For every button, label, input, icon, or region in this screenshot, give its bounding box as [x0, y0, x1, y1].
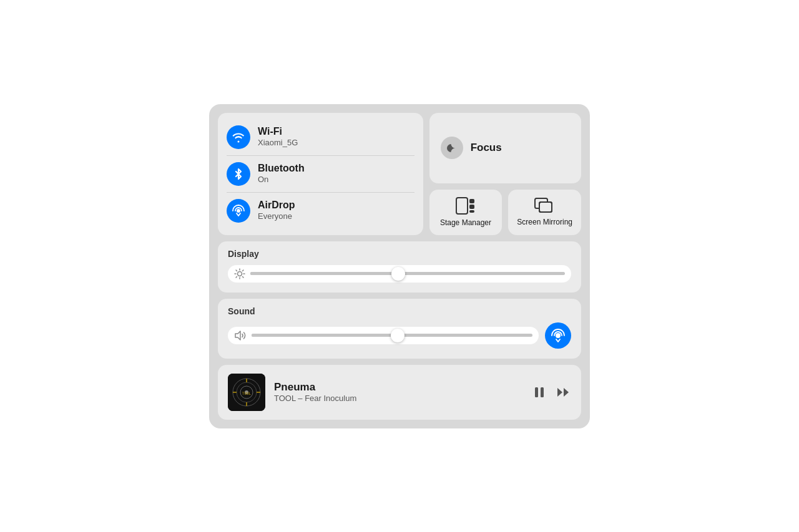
- svg-rect-29: [541, 387, 544, 397]
- control-center: Wi-Fi Xiaomi_5G Bluetooth On: [209, 104, 590, 428]
- svg-line-14: [243, 276, 243, 277]
- airdrop-text: AirDrop Everyone: [258, 199, 295, 221]
- focus-icon-circle: [441, 137, 463, 159]
- volume-icon: [234, 330, 247, 341]
- wifi-label: Wi-Fi: [258, 125, 298, 137]
- svg-rect-2: [469, 199, 474, 203]
- sound-panel: Sound: [218, 299, 581, 359]
- network-panel: Wi-Fi Xiaomi_5G Bluetooth On: [218, 113, 423, 235]
- stage-manager-label: Stage Manager: [440, 218, 491, 227]
- playback-controls: [532, 385, 571, 399]
- pause-button[interactable]: [532, 385, 546, 399]
- airdrop-icon: [232, 204, 245, 218]
- skip-forward-button[interactable]: [556, 385, 571, 399]
- bluetooth-item[interactable]: Bluetooth On: [227, 156, 414, 193]
- bluetooth-label: Bluetooth: [258, 162, 305, 174]
- volume-slider-container[interactable]: [228, 327, 539, 344]
- svg-rect-1: [456, 198, 468, 214]
- airdrop-item[interactable]: AirDrop Everyone: [227, 193, 414, 229]
- album-art-graphic: TOOL: [228, 374, 265, 411]
- now-playing-panel: TOOL Pneuma TOOL – Fear Inoculum: [218, 365, 581, 420]
- svg-rect-6: [539, 202, 552, 212]
- airplay-icon: [551, 329, 565, 342]
- volume-track[interactable]: [252, 334, 532, 337]
- right-column: Focus Stage Manager: [429, 113, 581, 235]
- brightness-track[interactable]: [250, 272, 565, 275]
- airdrop-icon-circle: [227, 199, 250, 223]
- focus-label: Focus: [471, 142, 502, 154]
- svg-line-13: [236, 270, 237, 271]
- display-panel: Display: [218, 241, 581, 293]
- svg-point-0: [237, 209, 240, 213]
- pause-icon: [532, 385, 546, 399]
- bluetooth-icon: [232, 167, 245, 181]
- top-row: Wi-Fi Xiaomi_5G Bluetooth On: [218, 113, 581, 235]
- skip-forward-icon: [556, 385, 571, 399]
- volume-thumb[interactable]: [391, 329, 404, 342]
- airplay-button[interactable]: [545, 322, 571, 349]
- focus-panel[interactable]: Focus: [429, 113, 581, 184]
- bluetooth-subtitle: On: [258, 175, 305, 185]
- svg-rect-28: [535, 387, 538, 397]
- svg-point-17: [556, 333, 561, 338]
- wifi-icon: [232, 130, 245, 144]
- wifi-item[interactable]: Wi-Fi Xiaomi_5G: [227, 119, 414, 156]
- svg-line-16: [236, 276, 237, 277]
- brightness-icon: [234, 268, 245, 279]
- airdrop-label: AirDrop: [258, 199, 295, 211]
- svg-point-8: [238, 271, 242, 276]
- sound-label: Sound: [228, 306, 571, 316]
- screen-mirroring-button[interactable]: Screen Mirroring: [508, 190, 581, 235]
- bottom-right-buttons: Stage Manager Screen Mirroring: [429, 190, 581, 235]
- stage-manager-icon: [456, 197, 476, 215]
- bluetooth-icon-circle: [227, 162, 250, 186]
- sound-row: [228, 322, 571, 349]
- moon-icon: [446, 142, 458, 154]
- screen-mirroring-icon: [534, 198, 556, 214]
- brightness-thumb[interactable]: [391, 267, 405, 281]
- svg-text:TOOL: TOOL: [242, 391, 252, 395]
- airdrop-subtitle: Everyone: [258, 211, 295, 222]
- screen-mirroring-label: Screen Mirroring: [517, 218, 572, 226]
- wifi-icon-circle: [227, 125, 250, 149]
- wifi-text: Wi-Fi Xiaomi_5G: [258, 125, 298, 148]
- album-art: TOOL: [228, 374, 265, 411]
- stage-manager-button[interactable]: Stage Manager: [429, 190, 502, 235]
- brightness-slider-container[interactable]: [228, 265, 571, 283]
- track-info: Pneuma TOOL – Fear Inoculum: [274, 381, 524, 403]
- wifi-subtitle: Xiaomi_5G: [258, 138, 298, 148]
- track-title: Pneuma: [274, 381, 524, 394]
- display-label: Display: [228, 249, 571, 259]
- bluetooth-text: Bluetooth On: [258, 162, 305, 185]
- svg-line-15: [243, 270, 243, 271]
- track-artist: TOOL – Fear Inoculum: [274, 394, 524, 403]
- svg-rect-4: [469, 210, 474, 213]
- svg-rect-3: [469, 205, 474, 209]
